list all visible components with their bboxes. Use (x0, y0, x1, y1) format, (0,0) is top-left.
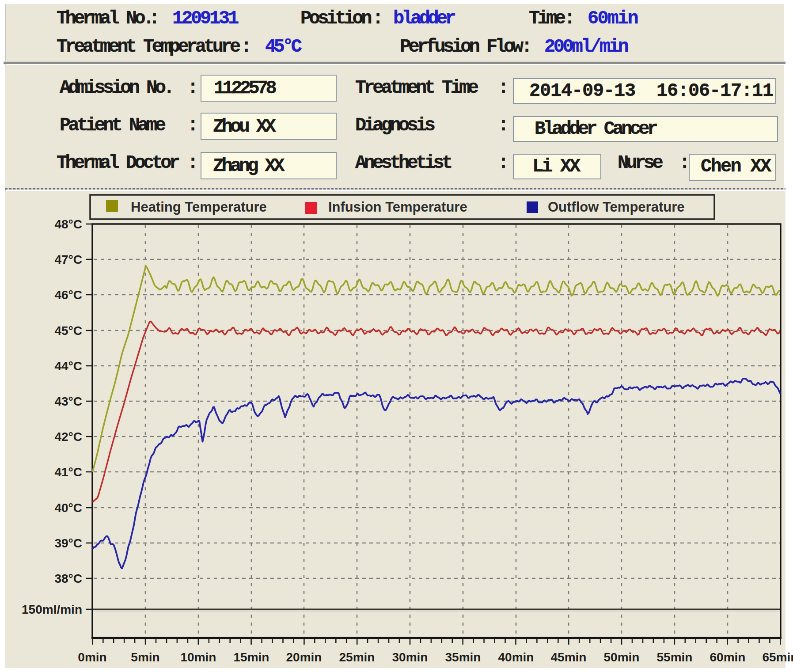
svg-text:48°C: 48°C (54, 217, 82, 231)
svg-text:38°C: 38°C (54, 572, 82, 585)
svg-text:43°C: 43°C (54, 395, 82, 408)
svg-text:55min: 55min (657, 650, 693, 664)
svg-text:5min: 5min (131, 650, 159, 664)
svg-text:Infusion Temperature: Infusion Temperature (328, 199, 467, 215)
svg-text:47°C: 47°C (54, 253, 82, 266)
svg-text:Heating Temperature: Heating Temperature (131, 199, 267, 215)
svg-text:42°C: 42°C (54, 430, 82, 444)
svg-text:65min: 65min (763, 650, 793, 664)
svg-text:30min: 30min (392, 650, 428, 664)
svg-text:50min: 50min (604, 650, 640, 664)
svg-text:20min: 20min (286, 650, 322, 664)
svg-text:Outflow Temperature: Outflow Temperature (548, 199, 684, 215)
svg-text:60min: 60min (710, 650, 746, 664)
svg-text:40min: 40min (498, 650, 534, 664)
svg-text:10min: 10min (181, 650, 216, 664)
svg-text:40°C: 40°C (54, 501, 82, 515)
svg-text:0min: 0min (78, 650, 106, 664)
svg-text:15min: 15min (234, 650, 269, 664)
svg-text:25min: 25min (339, 650, 375, 664)
svg-text:41°C: 41°C (54, 465, 82, 479)
svg-text:44°C: 44°C (54, 359, 82, 373)
svg-text:45min: 45min (551, 650, 587, 664)
svg-text:35min: 35min (445, 650, 481, 664)
svg-text:46°C: 46°C (54, 288, 82, 302)
svg-text:39°C: 39°C (54, 536, 82, 550)
svg-text:45°C: 45°C (54, 324, 82, 338)
svg-text:150ml/min: 150ml/min (22, 603, 82, 616)
